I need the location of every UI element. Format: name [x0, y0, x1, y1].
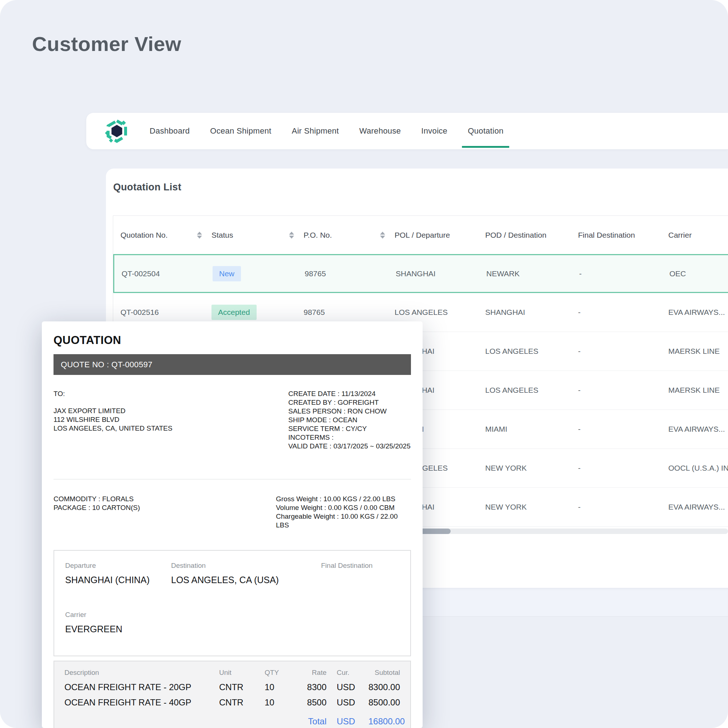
cell-pod: LOS ANGELES	[485, 347, 578, 356]
cell-final-destination: -	[578, 425, 668, 434]
cell-carrier: MAERSK LINE	[668, 386, 728, 395]
cell-po-no: 98765	[305, 269, 396, 278]
sort-icon[interactable]	[197, 231, 202, 239]
document-divider	[54, 479, 411, 479]
cell-carrier: OEC	[669, 269, 728, 278]
status-badge: Accepted	[211, 305, 257, 320]
charges-col-qty: QTY	[265, 669, 299, 677]
meta-line: SALES PERSON : RON CHOW	[288, 407, 411, 416]
nav-item-ocean-shipment[interactable]: Ocean Shipment	[210, 126, 271, 136]
nav-item-dashboard[interactable]: Dashboard	[150, 126, 190, 136]
column-header-po-no[interactable]: P.O. No.	[304, 231, 395, 240]
commodity-block: COMMODITY : FLORALS PACKAGE : 10 CARTON(…	[54, 495, 276, 530]
table-header-row: Quotation No. Status P.O. No. POL / Depa…	[113, 216, 728, 254]
charge-description: OCEAN FREIGHT RATE - 20GP	[64, 680, 219, 695]
column-header-pol-departure: POL / Departure	[395, 231, 485, 240]
charge-description: OCEAN FREIGHT RATE - 40GP	[64, 695, 219, 710]
departure-value: SHANGHAI (CHINA)	[65, 575, 171, 585]
charges-total-row: Total USD 16800.00	[64, 714, 400, 728]
charge-row: OCEAN FREIGHT RATE - 40GP CNTR 10 8500 U…	[64, 695, 400, 710]
charges-col-description: Description	[64, 669, 219, 677]
cell-pol: LOS ANGELES	[395, 308, 485, 317]
charge-subtotal: 8500.00	[369, 695, 400, 710]
document-meta-block: CREATE DATE : 11/13/2024 CREATED BY : GO…	[288, 390, 411, 451]
recipient-line: JAX EXPORT LIMITED	[54, 407, 288, 415]
carrier-label: Carrier	[65, 611, 399, 619]
meta-line: CREATE DATE : 11/13/2024	[288, 390, 411, 398]
cell-status: New	[213, 266, 305, 281]
weight-line: Volume Weight : 0.00 KGS / 0.00 CBM	[276, 503, 411, 512]
destination-label: Destination	[171, 562, 321, 570]
cell-pod: NEW YORK	[485, 503, 578, 511]
carrier-field: Carrier EVERGREEN	[65, 611, 399, 635]
route-box: Departure SHANGHAI (CHINA) Destination L…	[54, 550, 411, 656]
recipient-block: TO: JAX EXPORT LIMITED 112 WILSHIRE BLVD…	[54, 390, 288, 451]
column-header-final-destination: Final Destination	[578, 231, 668, 240]
cell-carrier: MAERSK LINE	[668, 347, 728, 356]
document-title: QUOTATION	[54, 334, 411, 347]
final-destination-field: Final Destination	[321, 562, 399, 585]
status-badge: New	[213, 266, 241, 281]
destination-value: LOS ANGELES, CA (USA)	[171, 575, 321, 585]
cell-pod: NEW YORK	[485, 464, 578, 473]
charge-currency: USD	[327, 680, 369, 695]
column-header-carrier: Carrier	[668, 231, 728, 240]
sort-icon[interactable]	[380, 231, 385, 239]
weight-line: Chargeable Weight : 10.00 KGS / 22.00 LB…	[276, 512, 411, 530]
charge-qty: 10	[265, 695, 299, 710]
charge-rate: 8500	[299, 695, 327, 710]
cell-final-destination: -	[578, 347, 668, 356]
charges-col-rate: Rate	[299, 669, 327, 677]
route-row: Departure SHANGHAI (CHINA) Destination L…	[65, 562, 399, 585]
meta-line: SERVICE TERM : CY/CY	[288, 424, 411, 433]
charge-unit: CNTR	[219, 680, 265, 695]
quote-number-bar: QUOTE NO : QT-000597	[54, 354, 411, 375]
cell-carrier: EVA AIRWAYS...	[668, 503, 728, 511]
cell-carrier: EVA AIRWAYS...	[668, 425, 728, 434]
cell-po-no: 98765	[304, 308, 395, 317]
weight-line: Gross Weight : 10.00 KGS / 22.00 LBS	[276, 495, 411, 503]
departure-label: Departure	[65, 562, 171, 570]
meta-line: VALID DATE : 03/17/2025 ~ 03/25/2025	[288, 442, 411, 451]
cell-pol: SHANGHAI	[396, 269, 486, 278]
to-label: TO:	[54, 390, 288, 398]
cell-pod: NEWARK	[486, 269, 579, 278]
recipient-line: LOS ANGELES, CA, UNITED STATES	[54, 424, 288, 433]
total-currency: USD	[327, 714, 369, 728]
nav-item-invoice[interactable]: Invoice	[421, 126, 447, 136]
total-amount: 16800.00	[369, 714, 405, 728]
recipient-line: 112 WILSHIRE BLVD	[54, 415, 288, 424]
nav-item-warehouse[interactable]: Warehouse	[359, 126, 401, 136]
nav-item-quotation[interactable]: Quotation	[468, 126, 503, 136]
sort-icon[interactable]	[289, 231, 294, 239]
charge-qty: 10	[265, 680, 299, 695]
meta-line: SHIP MODE : OCEAN	[288, 416, 411, 424]
cell-carrier: EVA AIRWAYS...	[668, 308, 728, 317]
final-destination-label: Final Destination	[321, 562, 399, 570]
cell-final-destination: -	[578, 464, 668, 473]
charges-col-subtotal: Subtotal	[369, 669, 400, 677]
cell-final-destination: -	[578, 503, 668, 511]
carrier-value: EVERGREEN	[65, 624, 399, 635]
nav-item-air-shipment[interactable]: Air Shipment	[292, 126, 339, 136]
gofreight-logo-icon	[105, 118, 128, 144]
charge-unit: CNTR	[219, 695, 265, 710]
page-title: Customer View	[32, 32, 181, 56]
commodity-line: COMMODITY : FLORALS	[54, 495, 276, 503]
column-header-pod-destination: POD / Destination	[485, 231, 578, 240]
charges-col-cur: Cur.	[327, 669, 369, 677]
departure-field: Departure SHANGHAI (CHINA)	[65, 562, 171, 585]
charge-rate: 8300	[299, 680, 327, 695]
nav-menu: Dashboard Ocean Shipment Air Shipment Wa…	[150, 126, 503, 136]
meta-line: INCOTERMS :	[288, 433, 411, 442]
charges-table: Description Unit QTY Rate Cur. Subtotal …	[54, 661, 411, 728]
column-header-status[interactable]: Status	[211, 231, 304, 240]
charges-col-unit: Unit	[219, 669, 265, 677]
charge-subtotal: 8300.00	[369, 680, 400, 695]
weights-block: Gross Weight : 10.00 KGS / 22.00 LBS Vol…	[276, 495, 411, 530]
cell-carrier: OOCL (U.S.A.) INC	[668, 464, 728, 473]
cell-quotation-no: QT-002504	[122, 269, 213, 278]
quotation-row[interactable]: QT-002504 New 98765 SHANGHAI NEWARK - OE…	[113, 254, 728, 293]
column-header-quotation-no[interactable]: Quotation No.	[121, 231, 211, 240]
quotation-list-title: Quotation List	[113, 182, 181, 193]
